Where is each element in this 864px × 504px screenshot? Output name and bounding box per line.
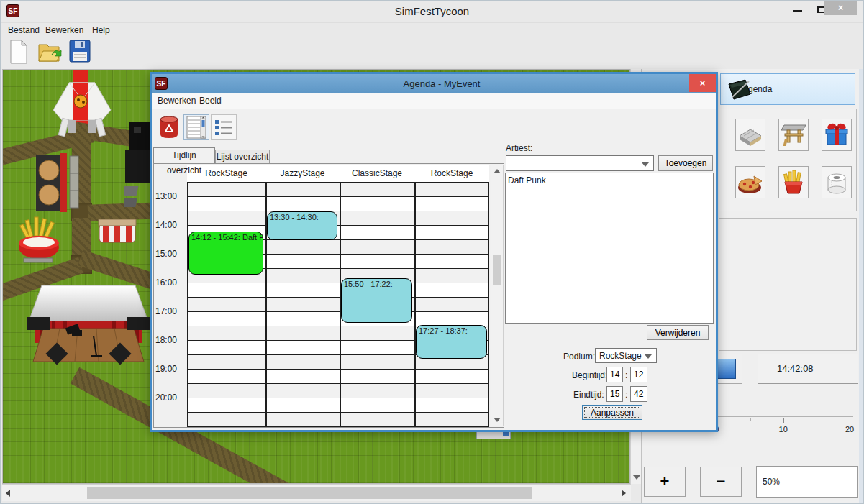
grid-line [488, 165, 489, 427]
grid-line [187, 182, 489, 183]
agenda-button[interactable]: Agenda [720, 73, 855, 105]
save-icon [69, 40, 91, 63]
shop-gift-button[interactable] [822, 119, 852, 151]
begin-hour-input[interactable] [606, 367, 623, 382]
fries-stand-object[interactable] [17, 216, 62, 263]
delete-agenda-button[interactable] [156, 114, 182, 140]
minimize-icon[interactable] [793, 10, 802, 12]
end-time-label: Eindtijd: [573, 390, 604, 400]
scroll-up-icon[interactable] [494, 169, 501, 173]
app-title: SimFestTycoon [1, 1, 863, 22]
app-window: SF SimFestTycoon × Bestand Bewerken Help [0, 0, 864, 504]
scroll-left-icon[interactable] [6, 490, 10, 497]
shop-stage-kit-button[interactable] [778, 119, 809, 151]
begin-time-label: Begintijd: [572, 370, 607, 380]
time-label: 14:00 [155, 220, 177, 230]
dialog-close-icon[interactable]: × [689, 74, 716, 92]
tab-tijdlijn-overzicht[interactable]: Tijdlijn overzicht [153, 147, 215, 163]
dialog-titlebar[interactable]: SF Agenda - MyEvent × [152, 74, 716, 93]
stage-column-header: RockStage [414, 165, 489, 182]
schedule-row [187, 398, 489, 413]
list-overview-button[interactable] [211, 114, 237, 140]
podium-dropdown[interactable]: RockStage [595, 348, 657, 363]
stage-kit-icon [780, 122, 807, 149]
tab-lijst-overzicht[interactable]: Lijst overzicht [215, 150, 270, 163]
dialog-menu-beeld[interactable]: Beeld [199, 96, 222, 106]
scrollbar-thumb[interactable] [87, 487, 532, 499]
scroll-right-icon[interactable] [622, 490, 626, 497]
schedule-row [187, 384, 489, 398]
zoom-value: 50% [756, 466, 858, 498]
schedule-row [187, 298, 489, 312]
pizza-icon [737, 169, 764, 196]
podium-label: Podium: [563, 352, 595, 362]
stage-column-header: JazzyStage [265, 165, 340, 182]
toilet-paper-icon [823, 169, 850, 196]
slider-minor-tick [750, 418, 751, 421]
tent-object[interactable] [49, 75, 115, 140]
artist-list[interactable]: Daft Punk [505, 173, 714, 324]
zoom-out-button[interactable]: − [700, 467, 742, 497]
main-menubar: Bestand Bewerken Help [1, 22, 863, 37]
main-toolbar [1, 37, 863, 68]
dialog-menu-bewerken[interactable]: Bewerken [158, 96, 196, 106]
schedule-event[interactable]: 17:27 - 18:37: [416, 325, 487, 359]
dialog-menubar: Bewerken Beeld [152, 93, 716, 109]
schedule-scrollbar[interactable] [491, 165, 504, 426]
shop-pizza-button[interactable] [735, 166, 765, 198]
add-artist-button[interactable]: Toevoegen [658, 155, 713, 171]
trash-icon [159, 116, 179, 139]
slider-tick-label: 20 [845, 425, 854, 434]
end-minute-input[interactable] [630, 386, 647, 402]
schedule-event[interactable]: 13:30 - 14:30: [267, 211, 337, 240]
grid-line [414, 165, 416, 427]
end-hour-input[interactable] [606, 386, 623, 402]
zoom-in-button[interactable]: + [644, 467, 686, 497]
scrollbar-thumb[interactable] [493, 255, 501, 285]
bullet-list-icon [214, 118, 234, 137]
slider-tick [783, 418, 784, 423]
begin-hour-field-wrap [606, 367, 623, 382]
scroll-down-icon[interactable] [494, 418, 501, 422]
remove-artist-button[interactable]: Verwijderen [647, 325, 709, 340]
shop-toilet-paper-button[interactable] [822, 166, 852, 198]
agenda-dialog: SF Agenda - MyEvent × Bewerken Beeld [150, 72, 718, 432]
new-document-button[interactable] [6, 39, 31, 65]
apply-button[interactable]: Aanpassen [582, 405, 642, 420]
begin-minute-input[interactable] [630, 367, 647, 382]
striped-stand-object[interactable] [97, 215, 137, 245]
menu-bestand[interactable]: Bestand [8, 24, 40, 36]
time-separator: : [625, 390, 627, 400]
slider-tick [850, 418, 850, 423]
schedule-event[interactable]: 15:50 - 17:22: [341, 278, 412, 322]
schedule-event[interactable]: 14:12 - 15:42: Daft Punk [188, 232, 263, 275]
menu-bewerken[interactable]: Bewerken [45, 24, 83, 36]
chevron-down-icon [642, 162, 649, 167]
map-horizontal-scrollbar[interactable] [2, 484, 631, 501]
time-label: 13:00 [155, 191, 177, 201]
burger-stand-object[interactable] [35, 150, 79, 214]
begin-minute-field-wrap [630, 367, 647, 382]
slider-minor-tick [817, 418, 817, 421]
scroll-down-icon[interactable] [633, 475, 640, 480]
close-icon[interactable]: × [824, 1, 857, 15]
time-gutter: 13:0014:0015:0016:0017:0018:0019:0020:00 [154, 165, 187, 427]
open-file-button[interactable] [37, 39, 61, 65]
stage-object[interactable] [27, 284, 151, 372]
schedule-row [187, 413, 489, 427]
artist-label: Artiest: [506, 143, 532, 153]
schedule-grid[interactable]: RockStageJazzyStageClassicStageRockStage… [187, 165, 489, 427]
shop-fries-button[interactable] [778, 166, 809, 198]
save-button[interactable] [68, 39, 92, 65]
artist-dropdown[interactable] [506, 155, 654, 171]
timeline-view-button[interactable] [183, 114, 209, 140]
shop-path-tile-button[interactable] [735, 119, 765, 151]
chevron-down-icon [645, 354, 652, 359]
open-folder-icon [37, 40, 62, 64]
menu-help[interactable]: Help [92, 24, 110, 36]
time-label: 16:00 [155, 278, 177, 288]
end-minute-field-wrap [630, 386, 647, 402]
schedule-row [187, 283, 489, 298]
artist-list-item[interactable]: Daft Punk [508, 175, 713, 186]
path-tile-icon [737, 122, 764, 149]
